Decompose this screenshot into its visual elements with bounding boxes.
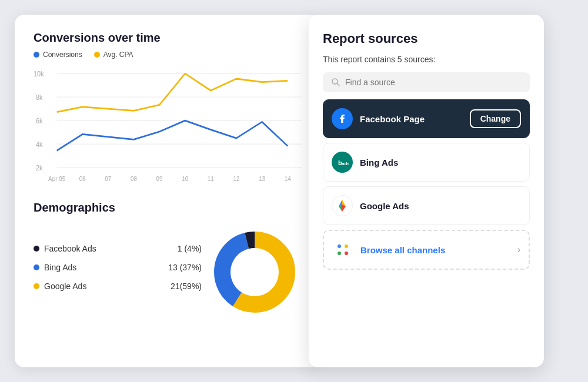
demo-row-facebook: Facebook Ads 1 (4%): [34, 244, 202, 253]
search-bar[interactable]: [323, 72, 530, 92]
bing-ads-label: Bing Ads: [44, 263, 163, 272]
conversions-dot: [34, 52, 39, 58]
left-card: Conversions over time Conversions Avg. C…: [15, 15, 320, 367]
svg-text:09: 09: [156, 175, 163, 183]
svg-line-21: [337, 83, 339, 86]
report-sources-title: Report sources: [323, 31, 530, 46]
svg-text:07: 07: [105, 175, 111, 183]
search-input[interactable]: [345, 78, 522, 87]
svg-text:4k: 4k: [36, 140, 43, 148]
bing-ads-dot: [34, 264, 39, 270]
svg-point-29: [338, 244, 341, 248]
svg-point-30: [345, 244, 348, 248]
donut-svg: [208, 225, 302, 319]
search-icon: [331, 78, 340, 87]
demographics-title: Demographics: [34, 201, 302, 215]
facebook-ads-label: Facebook Ads: [44, 244, 173, 253]
bing-logo: b ads: [332, 152, 353, 173]
svg-text:Apr 05: Apr 05: [48, 175, 65, 183]
demo-row-google: Google Ads 21(59%): [34, 282, 202, 291]
legend-avg-cpa-label: Avg. CPA: [103, 51, 133, 59]
svg-text:12: 12: [233, 175, 239, 183]
bing-ads-value: 13 (37%): [168, 263, 202, 272]
change-button[interactable]: Change: [470, 109, 521, 128]
source-item-google[interactable]: Google Ads: [323, 186, 530, 225]
report-subtitle: This report contains 5 sources:: [323, 55, 530, 64]
svg-point-31: [338, 252, 341, 255]
svg-text:10k: 10k: [34, 70, 44, 78]
facebook-logo: [332, 108, 353, 129]
chart-legend: Conversions Avg. CPA: [34, 51, 302, 59]
legend-avg-cpa: Avg. CPA: [94, 51, 133, 59]
bing-source-name: Bing Ads: [360, 158, 521, 167]
browse-all-channels[interactable]: Browse all channels ›: [323, 230, 530, 270]
browse-logo: [332, 239, 353, 260]
demographics-content: Facebook Ads 1 (4%) Bing Ads 13 (37%) Go…: [34, 225, 302, 319]
facebook-ads-dot: [34, 246, 39, 252]
svg-text:ads: ads: [342, 161, 349, 166]
legend-conversions-label: Conversions: [43, 51, 82, 59]
svg-text:6k: 6k: [36, 117, 43, 125]
svg-text:14: 14: [285, 175, 291, 183]
avg-cpa-dot: [94, 52, 100, 58]
svg-point-32: [345, 252, 348, 255]
right-card: Report sources This report contains 5 so…: [309, 15, 544, 367]
svg-text:11: 11: [208, 175, 214, 183]
svg-text:08: 08: [131, 175, 137, 183]
google-ads-value: 21(59%): [171, 282, 202, 291]
svg-text:13: 13: [259, 175, 265, 183]
google-ads-label: Google Ads: [44, 282, 166, 291]
google-logo: [332, 195, 353, 216]
line-chart: 10k 8k 6k 4k 2k Apr 05 06 07 08 09 10 11…: [34, 67, 302, 185]
svg-text:10: 10: [182, 175, 188, 183]
chart-svg: 10k 8k 6k 4k 2k Apr 05 06 07 08 09 10 11…: [34, 67, 302, 185]
legend-conversions: Conversions: [34, 51, 82, 59]
chart-title: Conversions over time: [34, 31, 302, 45]
svg-text:8k: 8k: [36, 93, 43, 101]
facebook-ads-value: 1 (4%): [178, 244, 202, 253]
google-source-name: Google Ads: [360, 201, 521, 211]
source-item-facebook[interactable]: Facebook Page Change: [323, 99, 530, 138]
facebook-source-name: Facebook Page: [360, 114, 463, 124]
svg-text:2k: 2k: [36, 164, 43, 172]
svg-text:06: 06: [79, 175, 86, 183]
source-item-bing[interactable]: b ads Bing Ads: [323, 143, 530, 182]
browse-label: Browse all channels: [360, 245, 510, 255]
chevron-right-icon: ›: [517, 244, 520, 255]
donut-chart: [208, 225, 302, 319]
demo-row-bing: Bing Ads 13 (37%): [34, 263, 202, 272]
google-ads-dot: [34, 283, 39, 289]
demographics-list: Facebook Ads 1 (4%) Bing Ads 13 (37%) Go…: [34, 244, 202, 300]
